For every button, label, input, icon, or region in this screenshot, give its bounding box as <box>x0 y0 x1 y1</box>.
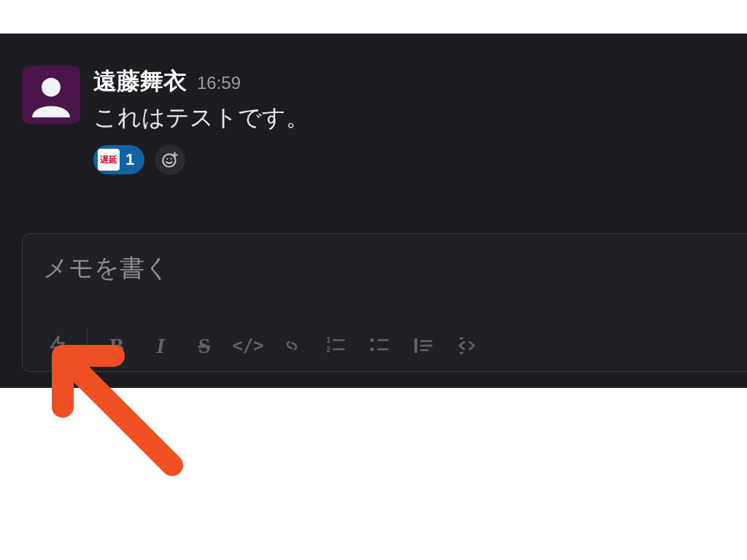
reactions-bar: 遅延 1 <box>93 144 309 175</box>
chat-panel: 遠藤舞衣 16:59 これはテストです。 遅延 1 <box>0 34 747 388</box>
toolbar-divider <box>87 329 88 362</box>
ordered-list-icon: 1 2 <box>325 335 347 357</box>
add-reaction-button[interactable] <box>155 144 185 175</box>
link-icon <box>281 335 303 357</box>
code-block-icon <box>456 335 478 357</box>
italic-button[interactable]: I <box>139 327 182 364</box>
bold-button[interactable]: B <box>95 327 139 364</box>
svg-point-8 <box>371 338 374 342</box>
reaction-count: 1 <box>125 150 134 169</box>
person-icon <box>28 72 74 117</box>
blockquote-button[interactable] <box>401 327 445 364</box>
svg-point-0 <box>42 78 61 97</box>
author-name[interactable]: 遠藤舞衣 <box>93 66 187 98</box>
lightning-icon <box>47 335 69 357</box>
italic-icon: I <box>156 333 165 358</box>
unordered-list-icon <box>368 335 390 357</box>
link-button[interactable] <box>270 327 314 364</box>
shortcuts-button[interactable] <box>36 327 80 364</box>
bold-icon: B <box>109 333 124 358</box>
message-body: 遠藤舞衣 16:59 これはテストです。 遅延 1 <box>93 66 309 175</box>
formatting-toolbar: B I S </> 1 2 <box>23 320 747 371</box>
svg-text:2: 2 <box>327 346 331 354</box>
inline-code-button[interactable]: </> <box>226 327 270 364</box>
code-icon: </> <box>232 335 263 356</box>
message-text: これはテストです。 <box>93 102 309 134</box>
svg-text:1: 1 <box>327 336 331 344</box>
blockquote-icon <box>412 335 434 357</box>
message-row: 遠藤舞衣 16:59 これはテストです。 遅延 1 <box>22 66 309 175</box>
strikethrough-button[interactable]: S <box>182 327 226 364</box>
svg-point-1 <box>163 154 176 166</box>
message-header: 遠藤舞衣 16:59 <box>93 66 309 98</box>
svg-point-9 <box>371 348 374 351</box>
svg-point-2 <box>166 158 168 160</box>
composer-input[interactable]: メモを書く <box>23 234 747 303</box>
custom-emoji-icon: 遅延 <box>98 149 120 171</box>
message-composer: メモを書く B I S </> <box>22 233 747 372</box>
ordered-list-button[interactable]: 1 2 <box>314 327 357 364</box>
avatar[interactable] <box>22 66 80 124</box>
svg-point-3 <box>171 158 172 160</box>
message-time: 16:59 <box>197 73 241 93</box>
smile-plus-icon <box>160 150 179 169</box>
strikethrough-icon: S <box>198 333 211 358</box>
unordered-list-button[interactable] <box>357 327 401 364</box>
reaction-pill[interactable]: 遅延 1 <box>93 145 144 174</box>
code-block-button[interactable] <box>445 327 489 364</box>
